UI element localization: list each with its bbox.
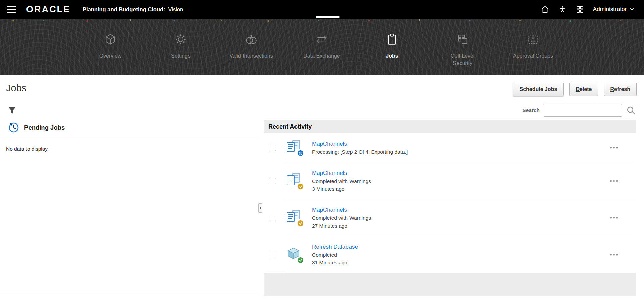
warning-check-badge — [297, 220, 304, 227]
ellipsis-icon[interactable] — [608, 145, 620, 151]
job-time: 27 Minutes ago — [312, 222, 371, 230]
job-status: Processing: [Step 2 Of 4: Exporting data… — [312, 148, 408, 156]
pending-jobs-title: Pending Jobs — [24, 124, 65, 131]
search-icon[interactable] — [626, 105, 636, 115]
chevron-down-icon — [629, 7, 635, 12]
job-row: MapChannels Processing: [Step 2 Of 4: Ex… — [264, 133, 636, 162]
job-name-link[interactable]: MapChannels — [312, 140, 347, 148]
job-status: Completed — [312, 251, 358, 259]
nav-item-valid-intersections[interactable]: Valid Intersections — [216, 19, 286, 75]
nav-item-overview[interactable]: Overview — [75, 19, 146, 75]
nav-label: Data Exchange — [303, 52, 340, 60]
pending-jobs-panel: Pending Jobs No data to display. — [0, 120, 258, 295]
nav-label: Approval Groups — [513, 52, 553, 60]
refresh-label-rest: efresh — [614, 86, 630, 92]
accessibility-icon[interactable] — [558, 5, 567, 14]
page-title: Jobs — [6, 83, 26, 94]
ellipsis-icon[interactable] — [608, 252, 620, 258]
delete-label-rest: elete — [580, 86, 592, 92]
nav-label: Cell-Level Security — [440, 52, 485, 67]
product-name: Planning and Budgeting Cloud: — [83, 6, 165, 13]
schedule-jobs-button[interactable]: Schedule Jobs — [513, 83, 564, 96]
row-checkbox[interactable] — [270, 178, 276, 184]
search-input[interactable] — [544, 104, 622, 117]
refresh-access-key: R — [610, 86, 614, 92]
delete-button[interactable]: Delete — [569, 83, 598, 96]
page-actions: Schedule Jobs Delete Refresh — [513, 83, 637, 96]
job-row: Refresh Database Completed 31 Minutes ag… — [264, 236, 636, 273]
search-label: Search — [522, 107, 540, 113]
delete-access-key: D — [576, 86, 580, 92]
nav-item-approval-groups[interactable]: Approval Groups — [498, 19, 568, 75]
user-name: Administrator — [593, 6, 627, 13]
top-bar-handle — [316, 16, 340, 18]
recent-activity-panel: Recent Activity MapChannels Pr — [264, 120, 636, 296]
job-name-link[interactable]: MapChannels — [312, 206, 347, 214]
cells-grid-icon — [455, 31, 470, 48]
collapse-arrow-icon — [260, 207, 261, 209]
ellipsis-icon[interactable] — [608, 178, 620, 184]
refresh-button[interactable]: Refresh — [604, 83, 637, 96]
dashed-group-icon — [526, 31, 540, 48]
clock-icon — [8, 122, 19, 133]
jobs-page: Jobs Schedule Jobs Delete Refresh Search… — [0, 75, 644, 299]
row-checkbox[interactable] — [270, 145, 276, 151]
oracle-logo: ORACLE — [26, 4, 70, 15]
exchange-arrows-icon — [315, 31, 329, 48]
apps-grid-icon[interactable] — [576, 5, 584, 14]
nav-item-jobs[interactable]: Jobs — [357, 19, 427, 75]
job-time: 3 Minutes ago — [312, 185, 371, 193]
cluster-nav: Overview Settings — [0, 19, 644, 75]
nav-item-settings[interactable]: Settings — [146, 19, 216, 75]
job-status: Completed with Warnings — [312, 177, 371, 185]
menu-icon[interactable] — [7, 6, 16, 13]
job-status: Completed with Warnings — [312, 214, 371, 222]
search-bar: Search — [522, 104, 636, 117]
row-checkbox[interactable] — [270, 252, 276, 258]
job-row: MapChannels Completed with Warnings 3 Mi… — [264, 162, 636, 199]
no-data-message: No data to display. — [0, 137, 258, 152]
gear-icon — [174, 31, 188, 48]
home-icon[interactable] — [541, 5, 549, 14]
nav-label: Overview — [99, 52, 122, 60]
user-menu[interactable]: Administrator — [593, 6, 635, 13]
job-name-link[interactable]: MapChannels — [312, 169, 347, 177]
nav-item-data-exchange[interactable]: Data Exchange — [286, 19, 357, 75]
nav-label: Valid Intersections — [229, 52, 273, 60]
job-time: 31 Minutes ago — [312, 259, 358, 266]
application-name: Vision — [168, 6, 183, 13]
panel-collapse-handle[interactable] — [258, 203, 262, 213]
processing-clock-badge — [297, 150, 304, 156]
warning-check-badge — [297, 183, 304, 190]
job-row: MapChannels Completed with Warnings 27 M… — [264, 199, 636, 236]
success-check-badge — [297, 257, 304, 263]
pending-jobs-header: Pending Jobs — [0, 120, 258, 137]
nav-item-cell-level-security[interactable]: Cell-Level Security — [427, 19, 498, 75]
job-name-link[interactable]: Refresh Database — [312, 243, 358, 251]
cube-icon — [103, 31, 117, 48]
nav-label: Settings — [171, 52, 191, 60]
recent-activity-header: Recent Activity — [264, 120, 636, 133]
filter-icon[interactable] — [7, 106, 17, 116]
venn-circles-icon — [244, 31, 258, 48]
clipboard-icon — [385, 31, 399, 48]
row-checkbox[interactable] — [270, 215, 276, 221]
ellipsis-icon[interactable] — [608, 215, 620, 221]
nav-label: Jobs — [386, 52, 398, 60]
top-bar: ORACLE Planning and Budgeting Cloud: Vis… — [0, 0, 644, 19]
